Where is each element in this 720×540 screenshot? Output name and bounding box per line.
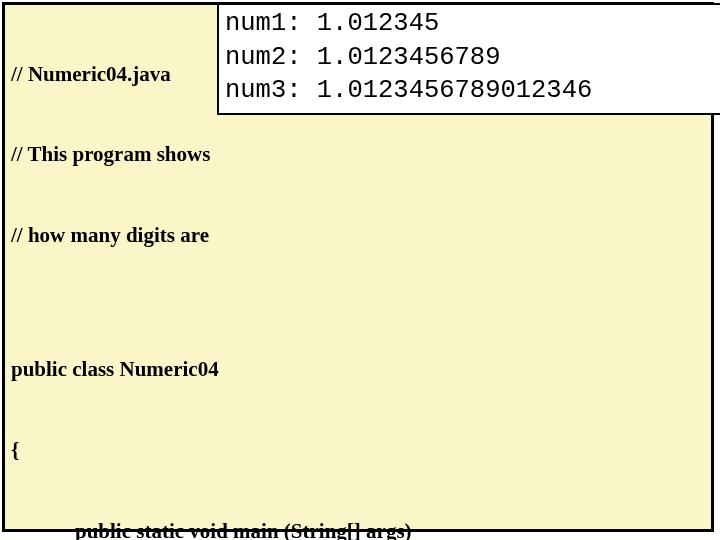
code-slide: // Numeric04.java // This program shows … — [2, 2, 714, 532]
output-line: num3: 1.0123456789012346 — [225, 74, 714, 108]
code-line: public class Numeric04 — [11, 356, 705, 383]
code-line: public static void main (String[] args) — [11, 518, 705, 540]
code-line: // This program shows — [11, 141, 705, 168]
output-line: num2: 1.0123456789 — [225, 41, 714, 75]
output-line: num1: 1.012345 — [225, 7, 714, 41]
console-output-box: num1: 1.012345 num2: 1.0123456789 num3: … — [217, 3, 720, 115]
code-line: { — [11, 437, 705, 464]
code-line: // how many digits are — [11, 222, 705, 249]
